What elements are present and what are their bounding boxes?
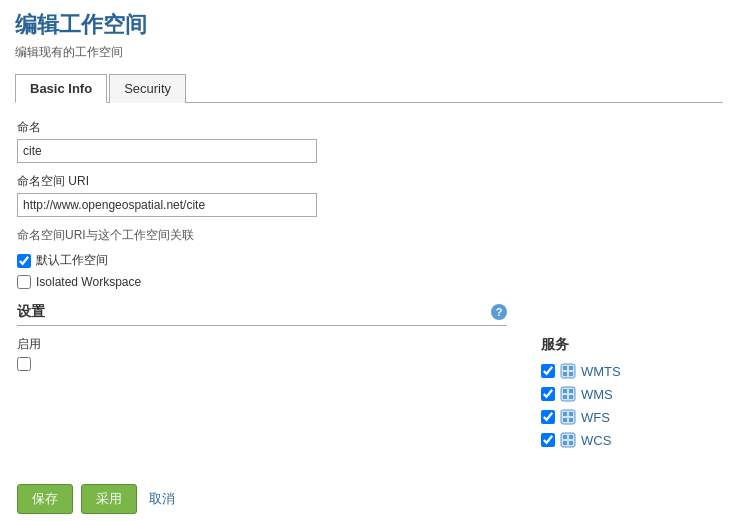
svg-rect-1: [563, 366, 567, 370]
cancel-button[interactable]: 取消: [145, 485, 179, 513]
service-wms-row: WMS: [541, 385, 721, 403]
form-section: 命名 命名空间 URI 命名空间URI与这个工作空间关联 默认工作空间 Isol…: [15, 119, 723, 514]
svg-rect-11: [563, 412, 567, 416]
svg-rect-7: [569, 389, 573, 393]
tab-security[interactable]: Security: [109, 74, 186, 103]
svg-rect-14: [569, 418, 573, 422]
name-input[interactable]: [17, 139, 317, 163]
uri-hint: 命名空间URI与这个工作空间关联: [17, 227, 721, 244]
info-icon[interactable]: ?: [491, 304, 507, 320]
name-field-group: 命名: [17, 119, 721, 163]
svg-rect-19: [569, 441, 573, 445]
wcs-icon: [559, 431, 577, 449]
service-wfs-checkbox[interactable]: [541, 410, 555, 424]
svg-rect-17: [569, 435, 573, 439]
uri-field-group: 命名空间 URI: [17, 173, 721, 217]
settings-title: 设置: [17, 303, 483, 321]
isolated-workspace-row: Isolated Workspace: [17, 275, 721, 289]
default-workspace-row: 默认工作空间: [17, 252, 721, 269]
svg-rect-6: [563, 389, 567, 393]
svg-rect-9: [569, 395, 573, 399]
svg-rect-12: [569, 412, 573, 416]
service-wcs-checkbox[interactable]: [541, 433, 555, 447]
enabled-checkbox[interactable]: [17, 357, 31, 371]
button-row: 保存 采用 取消: [17, 484, 721, 514]
svg-rect-18: [563, 441, 567, 445]
default-workspace-label: 默认工作空间: [36, 252, 108, 269]
isolated-workspace-checkbox[interactable]: [17, 275, 31, 289]
svg-rect-8: [563, 395, 567, 399]
uri-input[interactable]: [17, 193, 317, 217]
default-workspace-checkbox[interactable]: [17, 254, 31, 268]
enabled-label: 启用: [17, 336, 521, 353]
wms-icon: [559, 385, 577, 403]
services-col: 服务 WMTS: [521, 336, 721, 454]
svg-rect-13: [563, 418, 567, 422]
settings-content: 启用 服务: [17, 336, 721, 454]
svg-rect-4: [569, 372, 573, 376]
name-label: 命名: [17, 119, 721, 136]
page-subtitle: 编辑现有的工作空间: [15, 44, 723, 61]
apply-button[interactable]: 采用: [81, 484, 137, 514]
service-wcs-row: WCS: [541, 431, 721, 449]
service-wcs-link[interactable]: WCS: [581, 433, 611, 448]
service-wms-link[interactable]: WMS: [581, 387, 613, 402]
tab-basic-info[interactable]: Basic Info: [15, 74, 107, 103]
wmts-icon: [559, 362, 577, 380]
tab-bar: Basic Info Security: [15, 73, 723, 103]
settings-section: 设置 ? 启用 服务: [17, 303, 721, 454]
save-button[interactable]: 保存: [17, 484, 73, 514]
uri-label: 命名空间 URI: [17, 173, 721, 190]
svg-rect-2: [569, 366, 573, 370]
service-wfs-link[interactable]: WFS: [581, 410, 610, 425]
service-wmts-link[interactable]: WMTS: [581, 364, 621, 379]
settings-header: 设置 ?: [17, 303, 507, 326]
service-wms-checkbox[interactable]: [541, 387, 555, 401]
svg-rect-16: [563, 435, 567, 439]
enabled-checkbox-row: [17, 357, 521, 371]
settings-left-col: 启用: [17, 336, 521, 377]
service-wfs-row: WFS: [541, 408, 721, 426]
wfs-icon: [559, 408, 577, 426]
service-wmts-row: WMTS: [541, 362, 721, 380]
page-title: 编辑工作空间: [15, 10, 723, 40]
isolated-workspace-label: Isolated Workspace: [36, 275, 141, 289]
services-title: 服务: [541, 336, 721, 354]
svg-rect-3: [563, 372, 567, 376]
service-wmts-checkbox[interactable]: [541, 364, 555, 378]
